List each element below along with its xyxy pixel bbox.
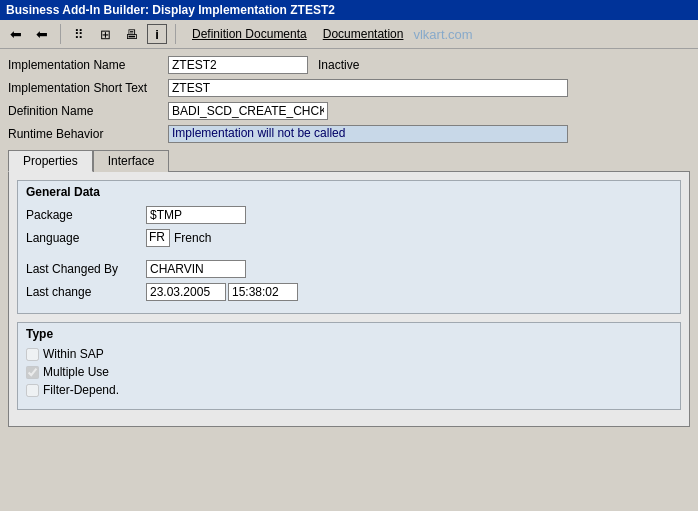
within-sap-label: Within SAP xyxy=(43,347,104,361)
toolbar-separator-1 xyxy=(60,24,61,44)
title-bar: Business Add-In Builder: Display Impleme… xyxy=(0,0,698,20)
last-change-label: Last change xyxy=(26,285,146,299)
filter-depend-label: Filter-Depend. xyxy=(43,383,119,397)
language-code: FR xyxy=(146,229,170,247)
type-section: Type Within SAP Multiple Use Filter-Depe… xyxy=(17,322,681,410)
main-content: Implementation Name Inactive Implementat… xyxy=(0,49,698,433)
package-label: Package xyxy=(26,208,146,222)
language-name: French xyxy=(174,231,211,245)
last-changed-by-row: Last Changed By xyxy=(26,259,672,279)
last-change-row: Last change xyxy=(26,282,672,302)
documentation-menu[interactable]: Documentation xyxy=(323,27,404,41)
type-section-title: Type xyxy=(26,327,672,341)
package-row: Package xyxy=(26,205,672,225)
impl-name-label: Implementation Name xyxy=(8,58,168,72)
grid-icon[interactable]: ⊞ xyxy=(95,24,115,44)
last-changed-by-input[interactable] xyxy=(146,260,246,278)
multiple-use-row: Multiple Use xyxy=(26,365,672,379)
interface-tab[interactable]: Interface xyxy=(93,150,170,172)
def-name-input[interactable] xyxy=(168,102,328,120)
runtime-label: Runtime Behavior xyxy=(8,127,168,141)
package-input[interactable] xyxy=(146,206,246,224)
last-changed-by-label: Last Changed By xyxy=(26,262,146,276)
watermark: vlkart.com xyxy=(413,27,472,42)
multiple-use-checkbox[interactable] xyxy=(26,366,39,379)
properties-tab-label: Properties xyxy=(23,154,78,168)
toolbar-menu: Definition Documenta Documentation xyxy=(192,27,403,41)
back-icon[interactable]: ⬅ xyxy=(6,24,26,44)
interface-tab-label: Interface xyxy=(108,154,155,168)
general-data-section: General Data Package Language FR French … xyxy=(17,180,681,314)
toolbar: ⬅ ⬅ ⠿ ⊞ 🖶 i Definition Documenta Documen… xyxy=(0,20,698,49)
title-text: Business Add-In Builder: Display Impleme… xyxy=(6,3,335,17)
impl-name-row: Implementation Name Inactive xyxy=(8,55,690,75)
filter-depend-checkbox[interactable] xyxy=(26,384,39,397)
impl-short-text-label: Implementation Short Text xyxy=(8,81,168,95)
def-name-row: Definition Name xyxy=(8,101,690,121)
runtime-row: Runtime Behavior Implementation will not… xyxy=(8,124,690,144)
impl-status: Inactive xyxy=(318,58,359,72)
within-sap-row: Within SAP xyxy=(26,347,672,361)
impl-name-input[interactable] xyxy=(168,56,308,74)
tabs-container: Properties Interface xyxy=(8,150,690,172)
tab-content: General Data Package Language FR French … xyxy=(8,171,690,427)
properties-tab[interactable]: Properties xyxy=(8,150,93,172)
multiple-use-label: Multiple Use xyxy=(43,365,109,379)
impl-short-text-input[interactable] xyxy=(168,79,568,97)
within-sap-checkbox[interactable] xyxy=(26,348,39,361)
print-icon[interactable]: 🖶 xyxy=(121,24,141,44)
def-name-label: Definition Name xyxy=(8,104,168,118)
last-change-time-input[interactable] xyxy=(228,283,298,301)
definition-documenta-menu[interactable]: Definition Documenta xyxy=(192,27,307,41)
tree-icon[interactable]: ⠿ xyxy=(69,24,89,44)
general-data-title: General Data xyxy=(26,185,672,199)
language-label: Language xyxy=(26,231,146,245)
runtime-value: Implementation will not be called xyxy=(168,125,568,143)
details-icon[interactable]: i xyxy=(147,24,167,44)
filter-depend-row: Filter-Depend. xyxy=(26,383,672,397)
language-row: Language FR French xyxy=(26,228,672,248)
toolbar-separator-2 xyxy=(175,24,176,44)
forward-icon[interactable]: ⬅ xyxy=(32,24,52,44)
impl-short-text-row: Implementation Short Text xyxy=(8,78,690,98)
last-change-date-input[interactable] xyxy=(146,283,226,301)
